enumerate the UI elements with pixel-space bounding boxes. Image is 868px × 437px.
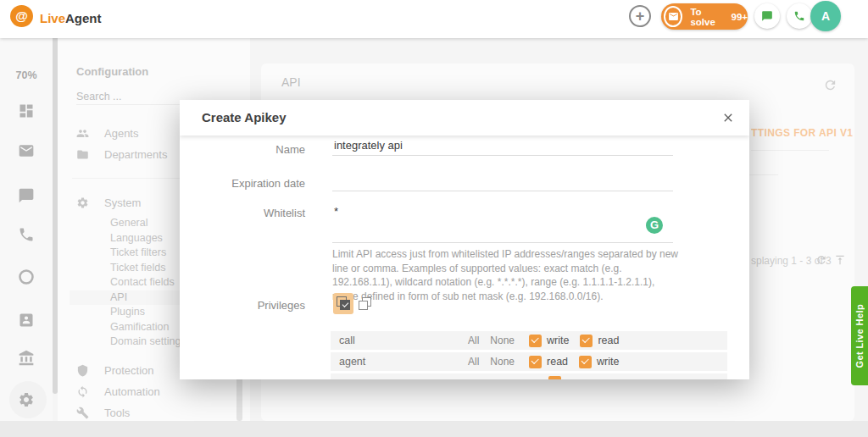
- checkbox-label: read: [547, 356, 568, 368]
- chat-icon: [761, 10, 773, 22]
- none-link[interactable]: None: [490, 335, 515, 346]
- close-icon[interactable]: [721, 111, 735, 124]
- privilege-name: agent: [339, 356, 468, 368]
- privilege-name: call: [339, 335, 468, 346]
- expiration-date-input[interactable]: [332, 174, 673, 191]
- envelope-icon: [664, 6, 682, 27]
- get-live-help-button[interactable]: Get Live Help: [851, 286, 868, 385]
- user-avatar[interactable]: A: [810, 1, 841, 31]
- none-link[interactable]: None: [490, 356, 515, 368]
- modal-title: Create Apikey: [202, 110, 287, 124]
- liveagent-logo-icon[interactable]: @: [10, 5, 33, 27]
- checkbox-label: write: [547, 335, 569, 346]
- checkbox-checked[interactable]: [579, 356, 592, 368]
- checkbox-label: write: [597, 356, 619, 368]
- calls-button[interactable]: [787, 3, 812, 29]
- name-input[interactable]: [332, 139, 673, 156]
- top-bar: @ LiveAgent + To solve 99+ A: [0, 0, 868, 38]
- whitelist-label: Whitelist: [202, 207, 305, 219]
- create-apikey-modal: Create Apikey Name Expiration date White…: [180, 100, 749, 379]
- name-label: Name: [202, 143, 305, 156]
- grammarly-icon[interactable]: G: [646, 217, 663, 234]
- whitelist-input[interactable]: *: [332, 203, 673, 243]
- all-link[interactable]: All: [468, 356, 479, 368]
- privilege-row-call: call All None write read: [331, 331, 727, 350]
- chats-button[interactable]: [754, 3, 780, 29]
- privilege-row-agent: agent All None read write: [331, 352, 727, 371]
- expiration-date-label: Expiration date: [202, 177, 305, 190]
- to-solve-label: To solve: [690, 7, 724, 27]
- to-solve-count: 99+: [731, 12, 748, 22]
- get-live-help-label: Get Live Help: [854, 304, 865, 368]
- brand-name[interactable]: LiveAgent: [40, 11, 102, 25]
- privilege-row-clipped: [331, 373, 727, 379]
- whitelist-help-text: Limit API access just from whitelisted I…: [332, 247, 678, 303]
- privileges-label: Privileges: [202, 299, 305, 312]
- to-solve-button[interactable]: To solve 99+: [661, 3, 748, 30]
- deselect-all-icon[interactable]: [359, 297, 373, 312]
- checkbox-label: read: [598, 335, 619, 346]
- modal-header: Create Apikey: [180, 100, 749, 136]
- add-button[interactable]: +: [629, 5, 651, 27]
- checkbox-checked[interactable]: [580, 335, 593, 347]
- checkbox-checked[interactable]: [529, 335, 542, 347]
- all-link[interactable]: All: [468, 335, 479, 346]
- checkbox-checked[interactable]: [529, 356, 542, 368]
- checkbox-checked[interactable]: [548, 376, 561, 379]
- select-all-icon[interactable]: [333, 293, 353, 314]
- phone-icon: [793, 10, 805, 22]
